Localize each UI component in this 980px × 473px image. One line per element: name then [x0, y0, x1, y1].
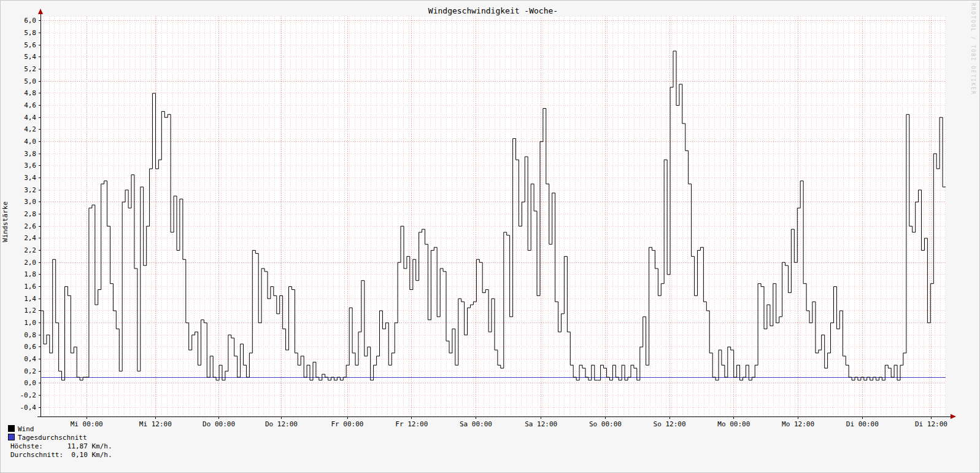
x-tick-label: Mo 12:00 — [782, 420, 814, 428]
legend-label-wind: Wind — [18, 425, 34, 433]
x-axis-arrow — [951, 414, 956, 419]
y-tick-label: 4,4 — [24, 114, 36, 122]
y-tick-label: 5,0 — [24, 77, 36, 85]
stat-max: Höchste: 11,87 Km/h. — [8, 442, 112, 451]
legend: Wind Tagesdurchschnitt Höchste: 11,87 Km… — [8, 425, 112, 459]
stat-max-text: Höchste: 11,87 Km/h. — [10, 442, 112, 450]
y-tick-label: 4,0 — [24, 138, 36, 146]
x-tick-label: Mi 12:00 — [139, 420, 172, 428]
y-tick-label: 0,2 — [24, 367, 36, 375]
y-tick-label: 5,2 — [24, 65, 36, 73]
x-tick-label: Fr 00:00 — [331, 420, 364, 428]
y-tick-label: 5,4 — [24, 53, 36, 61]
x-tick-label: Fr 12:00 — [395, 420, 428, 428]
y-tick-label: 5,8 — [24, 29, 36, 37]
wind-chart: 6,05,85,65,45,25,04,84,64,44,24,03,83,63… — [1, 1, 980, 473]
x-tick-label: Sa 12:00 — [525, 420, 557, 428]
y-tick-label: 3,0 — [24, 198, 36, 206]
y-tick-label: 5,6 — [24, 41, 36, 49]
y-tick-label: 0,6 — [24, 343, 36, 351]
y-tick-label: 2,6 — [24, 222, 36, 230]
x-tick-label: Sa 00:00 — [460, 420, 492, 428]
stat-average: Durchschnitt: 0,10 Km/h. — [8, 451, 112, 459]
y-tick-label: 1,0 — [24, 319, 36, 327]
y-tick-label: 0,8 — [24, 331, 36, 339]
y-tick-label: 4,6 — [24, 101, 36, 109]
y-tick-label: 1,8 — [24, 270, 36, 278]
x-tick-label: Di 00:00 — [846, 420, 879, 428]
chart-canvas: Windgeschwindigkeit -Woche- Windstärke 6… — [0, 0, 980, 473]
y-tick-label: 1,4 — [24, 295, 36, 303]
y-tick-label: 2,2 — [24, 246, 36, 254]
y-tick-label: 4,8 — [24, 89, 36, 97]
y-tick-label: 3,4 — [24, 174, 36, 182]
x-tick-label: So 12:00 — [654, 420, 686, 428]
legend-label-average: Tagesdurchschnitt — [18, 434, 87, 442]
y-tick-label: 2,0 — [24, 259, 36, 267]
stat-average-text: Durchschnitt: 0,10 Km/h. — [10, 451, 112, 459]
y-tick-label: 3,2 — [24, 186, 36, 194]
x-tick-label: Do 00:00 — [203, 420, 235, 428]
wind-swatch — [8, 425, 15, 432]
y-tick-label: 1,2 — [24, 307, 36, 315]
plot-background — [41, 17, 946, 416]
y-tick-label: 4,2 — [24, 125, 36, 133]
x-tick-label: Di 12:00 — [915, 420, 947, 428]
y-tick-label: -0,4 — [20, 404, 37, 412]
legend-item-average: Tagesdurchschnitt — [8, 434, 112, 442]
y-tick-label: 3,8 — [24, 150, 36, 158]
y-tick-label: 2,4 — [24, 234, 36, 242]
y-tick-label: 6,0 — [24, 17, 36, 25]
average-swatch — [8, 434, 15, 440]
x-tick-label: Do 12:00 — [265, 420, 298, 428]
y-tick-label: 1,6 — [24, 283, 36, 291]
x-tick-label: So 00:00 — [589, 420, 622, 428]
x-tick-label: Mo 00:00 — [717, 420, 750, 428]
y-tick-label: 0,0 — [24, 379, 36, 387]
rrdtool-watermark: RRDTOOL / TOBI OETIKER — [970, 3, 976, 95]
y-tick-label: 2,8 — [24, 210, 36, 218]
y-tick-label: 3,6 — [24, 162, 36, 170]
y-axis-arrow — [38, 9, 43, 14]
y-tick-label: 0,4 — [24, 355, 36, 363]
legend-item-wind: Wind — [8, 425, 112, 434]
y-tick-label: -0,2 — [20, 391, 37, 399]
